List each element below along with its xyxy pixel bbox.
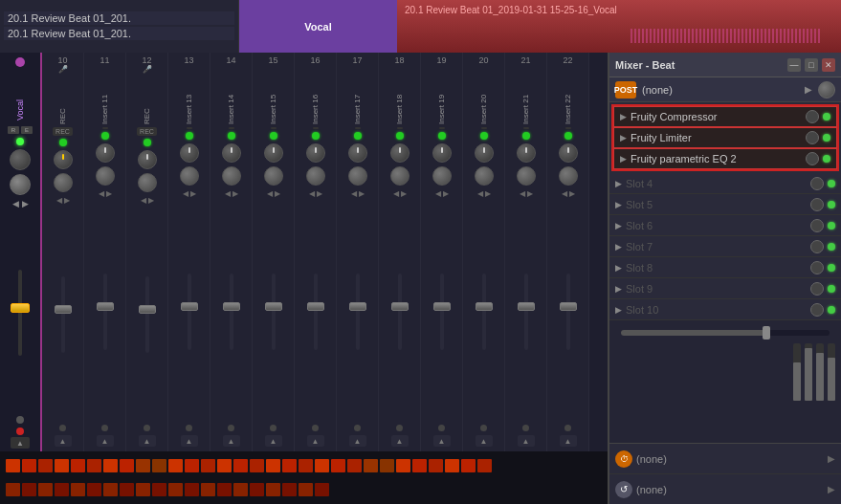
- strip-up-btn-11[interactable]: ▲: [97, 435, 114, 447]
- pad2-20[interactable]: [315, 483, 329, 496]
- arr-l-15[interactable]: ◀: [267, 189, 273, 198]
- strip-rec-btn-10[interactable]: REC: [53, 127, 73, 136]
- vocal-segment[interactable]: Vocal: [239, 0, 397, 53]
- slot-1-btn[interactable]: [806, 131, 819, 144]
- track-label-1[interactable]: 20.1 Review Beat 01_201.: [4, 11, 234, 25]
- strip-up-btn-10[interactable]: ▲: [55, 435, 72, 447]
- strip-up-btn-17[interactable]: ▲: [349, 435, 366, 447]
- close-button[interactable]: ✕: [822, 58, 835, 72]
- send-1-label[interactable]: (none): [636, 453, 824, 465]
- pad2-18[interactable]: [282, 483, 297, 496]
- arr-l-21[interactable]: ◀: [520, 189, 525, 198]
- vocal-fader-thumb[interactable]: [11, 303, 30, 313]
- plugin-slot-2[interactable]: ▶ Fruity parametric EQ 2: [613, 148, 837, 169]
- pad-13[interactable]: [201, 459, 215, 472]
- strip-knob2-21[interactable]: [517, 166, 536, 186]
- post-knob[interactable]: [818, 81, 835, 99]
- vocal-btn-1[interactable]: R: [8, 126, 19, 134]
- strip-rec-btn-12[interactable]: REC: [137, 127, 157, 136]
- plugin-slot-3[interactable]: ▶ Slot 4: [609, 173, 841, 194]
- strip-rec-btn-21[interactable]: [523, 127, 529, 129]
- arr-r-21[interactable]: ▶: [527, 189, 533, 198]
- slot-0-btn[interactable]: [806, 110, 819, 123]
- track-label-2[interactable]: 20.1 Review Beat 01_201.: [4, 27, 234, 40]
- strip-rec-btn-16[interactable]: [313, 127, 319, 129]
- pad-12[interactable]: [185, 459, 199, 472]
- pad-15[interactable]: [233, 459, 248, 472]
- strip-rec-btn-14[interactable]: [229, 127, 234, 129]
- arr-l-10[interactable]: ◀: [56, 196, 62, 205]
- pad-23[interactable]: [364, 459, 378, 472]
- arr-l-18[interactable]: ◀: [393, 189, 399, 198]
- pad-29[interactable]: [461, 459, 476, 472]
- pad2-14[interactable]: [217, 483, 232, 496]
- strip-rec-btn-19[interactable]: [439, 127, 445, 129]
- pad-16[interactable]: [250, 459, 264, 472]
- fader-thumb-15[interactable]: [265, 302, 282, 311]
- strip-pan-11[interactable]: [96, 143, 115, 163]
- arr-l-11[interactable]: ◀: [99, 189, 104, 198]
- fader-thumb-12[interactable]: [139, 305, 156, 314]
- strip-rec-btn-11[interactable]: [102, 127, 108, 129]
- pad-14[interactable]: [217, 459, 232, 472]
- pad2-13[interactable]: [201, 483, 215, 496]
- arr-l-14[interactable]: ◀: [225, 189, 231, 198]
- strip-rec-btn-22[interactable]: [565, 127, 571, 129]
- pad-19[interactable]: [299, 459, 313, 472]
- pad2-7[interactable]: [103, 483, 118, 496]
- slot-5-btn[interactable]: [810, 219, 824, 232]
- fader-thumb-10[interactable]: [55, 305, 72, 314]
- pad-25[interactable]: [396, 459, 410, 472]
- pad-3[interactable]: [38, 459, 53, 472]
- plugin-slot-7[interactable]: ▶ Slot 8: [609, 257, 841, 278]
- arr-r-15[interactable]: ▶: [275, 189, 280, 198]
- slot-6-btn[interactable]: [810, 240, 824, 253]
- level-fader-thumb[interactable]: [763, 326, 770, 340]
- strip-pan-20[interactable]: [475, 143, 494, 163]
- pad2-17[interactable]: [266, 483, 280, 496]
- timeline-area[interactable]: 20.1 Review Beat 01_2019-01-31 15-25-16_…: [397, 0, 841, 53]
- mini-fader-1[interactable]: [793, 343, 801, 401]
- strip-rec-btn-20[interactable]: [481, 127, 487, 129]
- strip-knob2-10[interactable]: [54, 173, 73, 192]
- strip-knob2-11[interactable]: [96, 166, 115, 186]
- pad-11[interactable]: [168, 459, 183, 472]
- strip-pan-10[interactable]: [54, 150, 73, 169]
- send-2-label[interactable]: (none): [636, 484, 824, 495]
- maximize-button[interactable]: □: [805, 58, 818, 72]
- strip-up-btn-22[interactable]: ▲: [560, 435, 577, 447]
- pad2-5[interactable]: [71, 483, 85, 496]
- vocal-knob-2[interactable]: [10, 174, 31, 195]
- pad2-1[interactable]: [6, 483, 20, 496]
- slot-0-name[interactable]: Fruity Compressor: [631, 111, 802, 122]
- slot-1-name[interactable]: Fruity Limiter: [631, 132, 802, 143]
- pad-5[interactable]: [71, 459, 85, 472]
- pad-10[interactable]: [152, 459, 166, 472]
- level-fader-track[interactable]: [621, 330, 830, 336]
- arr-r-16[interactable]: ▶: [317, 189, 322, 198]
- pad-22[interactable]: [347, 459, 362, 472]
- strip-rec-btn-17[interactable]: [355, 127, 361, 129]
- pad2-2[interactable]: [22, 483, 36, 496]
- slot-4-btn[interactable]: [810, 198, 824, 211]
- strip-knob2-12[interactable]: [138, 173, 157, 192]
- plugin-slot-5[interactable]: ▶ Slot 6: [609, 215, 841, 236]
- fader-thumb-13[interactable]: [181, 302, 198, 311]
- vocal-mute-btn[interactable]: [15, 57, 25, 67]
- strip-knob2-19[interactable]: [432, 166, 452, 186]
- post-select-label[interactable]: (none): [642, 84, 799, 96]
- vocal-arr-r[interactable]: ▶: [22, 199, 29, 208]
- mini-fader-4[interactable]: [828, 343, 835, 401]
- strip-pan-22[interactable]: [559, 143, 578, 163]
- pad-28[interactable]: [445, 459, 459, 472]
- pad2-12[interactable]: [185, 483, 199, 496]
- arr-r-14[interactable]: ▶: [232, 189, 238, 198]
- strip-pan-16[interactable]: [306, 143, 325, 163]
- arr-r-17[interactable]: ▶: [359, 189, 365, 198]
- pad-30[interactable]: [477, 459, 492, 472]
- strip-up-btn-19[interactable]: ▲: [433, 435, 451, 447]
- pad2-15[interactable]: [233, 483, 248, 496]
- slot-2-name[interactable]: Fruity parametric EQ 2: [631, 153, 802, 164]
- arr-l-19[interactable]: ◀: [435, 189, 441, 198]
- arr-r-18[interactable]: ▶: [401, 189, 407, 198]
